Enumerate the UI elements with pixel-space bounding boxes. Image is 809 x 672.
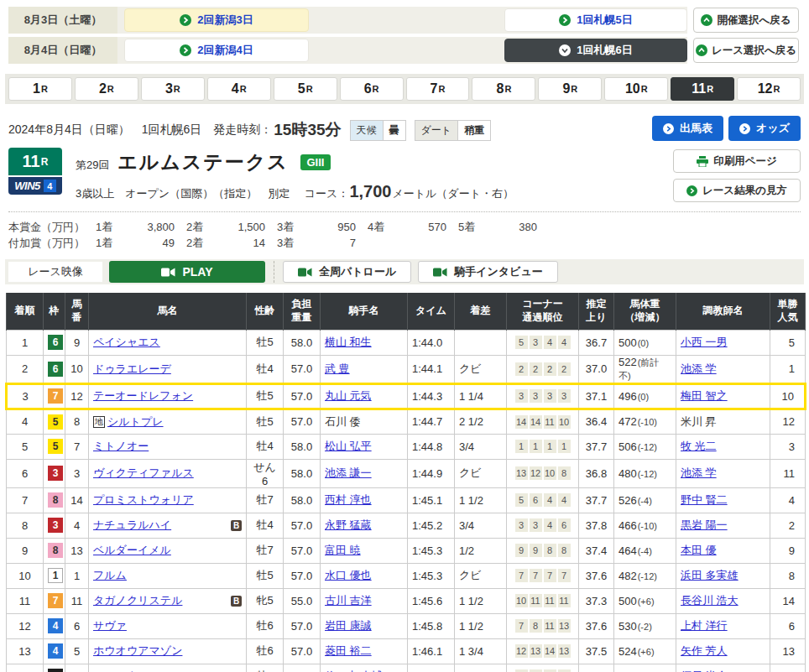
frame-badge: 5 <box>48 414 63 430</box>
trainer-link[interactable]: 野中 賢二 <box>681 493 728 506</box>
corner-position: 3 <box>530 336 542 349</box>
meeting-button-niigata-day4[interactable]: 2回新潟4日 <box>124 39 309 62</box>
horse-link[interactable]: ドゥラエレーデ <box>93 362 171 375</box>
result-row-12: 1246サヴァ牡657.0岩田 康誠1:45.81 1/278111337.65… <box>7 613 806 638</box>
finish-time: 1:44.8 <box>408 434 455 459</box>
corner-position: 5 <box>515 336 528 349</box>
body-weight: 522 <box>618 356 637 368</box>
meeting-button-label: 1回札幌6日 <box>577 43 632 58</box>
race-tab-5r[interactable]: 5R <box>274 77 337 101</box>
race-tab-10r[interactable]: 10R <box>604 77 668 101</box>
race-tab-4r[interactable]: 4R <box>207 77 271 101</box>
finish-time: 1:46.1 <box>408 638 455 664</box>
jockey-interview-button[interactable]: 騎手インタビュー <box>418 261 558 283</box>
margin: 1 1/2 <box>455 588 507 613</box>
odds-button[interactable]: オッズ <box>728 116 801 141</box>
race-tab-9r[interactable]: 9R <box>538 77 602 101</box>
horse-link[interactable]: フルム <box>93 569 127 581</box>
jockey-link[interactable]: 池添 謙一 <box>325 466 372 479</box>
horse-number: 14 <box>65 487 89 513</box>
last-3f-time: 37.8 <box>579 513 614 538</box>
meeting-button-sapporo-day5[interactable]: 1回札幌5日 <box>504 8 687 32</box>
corner-position: 4 <box>544 493 556 507</box>
body-weight-diff: (-12) <box>638 469 657 479</box>
horse-name-cell: ミトノオー <box>89 434 247 459</box>
horse-link[interactable]: ペイシャエス <box>93 336 160 348</box>
jockey-link[interactable]: 丸山 元気 <box>325 389 372 402</box>
horse-link[interactable]: ベルダーイメル <box>93 544 171 556</box>
carried-weight: 57.0 <box>284 513 321 538</box>
race-tab-8r[interactable]: 8R <box>472 77 535 101</box>
race-tab-7r[interactable]: 7R <box>406 77 470 101</box>
jockey-link[interactable]: 菱田 裕二 <box>325 644 372 657</box>
patrol-video-button[interactable]: 全周パトロール <box>283 261 411 283</box>
corner-position: 8 <box>544 544 556 557</box>
last-3f-time: 37.6 <box>579 613 614 638</box>
trainer-link[interactable]: 浜田 多実雄 <box>681 569 739 581</box>
carried-weight: 58.0 <box>284 487 321 513</box>
race-tab-11r[interactable]: 11R <box>671 77 734 101</box>
corner-position: 14 <box>544 644 556 658</box>
horse-link[interactable]: サヴァ <box>93 619 127 632</box>
trainer-link[interactable]: 池添 学 <box>681 362 717 375</box>
meeting-button-niigata-day3[interactable]: 2回新潟3日 <box>124 8 309 32</box>
race-tab-12r[interactable]: 12R <box>737 77 801 101</box>
entries-button[interactable]: 出馬表 <box>652 116 723 141</box>
race-tab-6r[interactable]: 6R <box>340 77 404 101</box>
trainer-link[interactable]: 池添 学 <box>681 466 717 479</box>
horse-number: 13 <box>65 538 89 563</box>
horse-link[interactable]: ミトノオー <box>93 440 149 452</box>
horse-link[interactable]: プロミストウォリア <box>93 493 194 506</box>
trainer-link[interactable]: 梅田 智之 <box>681 389 728 402</box>
win-popularity: 8 <box>770 563 806 588</box>
jockey-link[interactable]: 永野 猛蔵 <box>325 518 372 531</box>
horse-name-cell: ユティタム <box>89 664 247 672</box>
body-weight-diff: (+6) <box>638 596 655 607</box>
sex-age: 牡6 <box>247 613 284 638</box>
back-to-meeting-select-button[interactable]: 開催選択へ戻る <box>693 8 799 33</box>
frame-badge: 2 <box>48 669 63 672</box>
jockey-link[interactable]: 富田 暁 <box>325 544 361 556</box>
print-page-button[interactable]: 印刷用ページ <box>673 149 801 173</box>
trainer-link[interactable]: 上村 洋行 <box>681 619 728 632</box>
jockey-link[interactable]: 岩田 康誠 <box>325 619 372 632</box>
race-tab-1r[interactable]: 1R <box>8 77 72 101</box>
horse-link[interactable]: ヴィクティファルス <box>93 466 194 479</box>
jockey-link[interactable]: 横山 和生 <box>325 336 372 348</box>
horse-link[interactable]: ナチュラルハイ <box>93 518 171 531</box>
back-to-race-select-button[interactable]: レース選択へ戻る <box>693 38 799 63</box>
race-title-block: 11R WIN5 4 第29回 エルムステークス GIII 3歳以上 オープン（… <box>8 148 801 212</box>
jockey-cell: 富田 暁 <box>321 538 408 563</box>
finish-time: 1:44.7 <box>408 409 455 434</box>
meeting-button-sapporo-day6-selected[interactable]: 1回札幌6日 <box>504 39 687 62</box>
trainer-link[interactable]: 本田 優 <box>681 544 717 556</box>
jockey-link[interactable]: 水口 優也 <box>325 569 372 581</box>
trainer-link[interactable]: 黒岩 陽一 <box>681 518 728 531</box>
horse-link[interactable]: ホウオウアマゾン <box>93 644 182 657</box>
column-header: 馬体重 （増減） <box>614 293 676 330</box>
finish-position: 4 <box>7 409 44 434</box>
how-to-read-results-button[interactable]: レース結果の見方 <box>673 179 801 202</box>
result-row-1: 169ペイシャエス牡558.0横山 和生1:44.0534436.7500(0)… <box>7 330 806 355</box>
trainer-link[interactable]: 長谷川 浩大 <box>681 594 739 607</box>
horse-link[interactable]: シルトプレ <box>107 415 164 428</box>
carried-weight: 55.0 <box>284 588 321 613</box>
corner-position: 7 <box>544 569 556 582</box>
jockey-link[interactable]: 松山 弘平 <box>325 440 372 452</box>
jockey-link[interactable]: 武 豊 <box>325 362 350 375</box>
race-number-11r: 11R <box>8 148 62 175</box>
race-tab-2r[interactable]: 2R <box>75 77 138 101</box>
trainer-link[interactable]: 牧 光二 <box>681 440 717 452</box>
jockey-link[interactable]: 西村 淳也 <box>325 493 372 506</box>
corner-position: 14 <box>515 415 528 429</box>
play-button[interactable]: PLAY <box>109 261 265 283</box>
corner-position: 4 <box>558 493 571 507</box>
horse-link[interactable]: タガノクリステル <box>93 594 182 607</box>
jockey-link[interactable]: 古川 吉洋 <box>325 594 372 607</box>
trainer-link[interactable]: 矢作 芳人 <box>681 644 728 657</box>
horse-number: 1 <box>65 563 89 588</box>
horse-link[interactable]: テーオードレフォン <box>93 389 193 402</box>
trainer-link[interactable]: 小西 一男 <box>681 336 728 348</box>
last-3f-time: 37.7 <box>579 434 614 459</box>
race-tab-3r[interactable]: 3R <box>141 77 205 101</box>
